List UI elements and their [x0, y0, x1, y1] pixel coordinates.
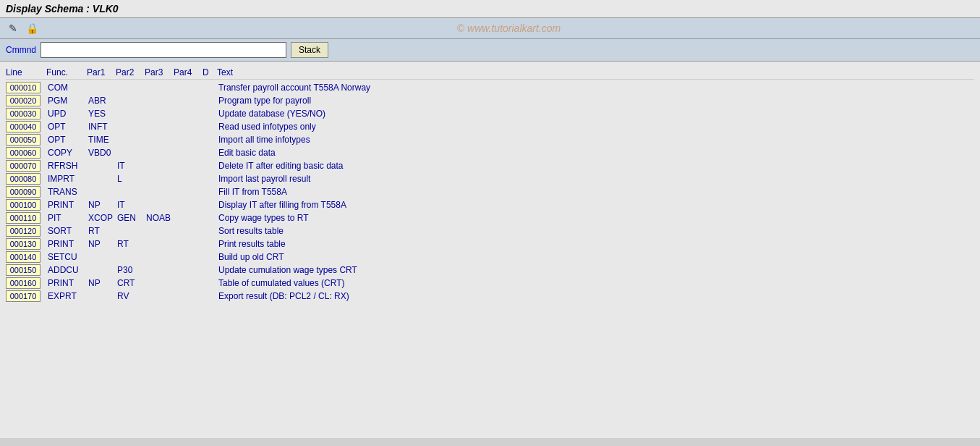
table-row: 000020PGMABRProgram type for payroll — [6, 94, 974, 107]
table-row: 000120SORTRTSort results table — [6, 224, 974, 237]
par1-cell: NP — [87, 278, 116, 288]
table-row: 000110PITXCOPGENNOABCopy wage types to R… — [6, 211, 974, 224]
par1-cell: INFT — [87, 122, 116, 132]
line-cell[interactable]: 000020 — [6, 95, 46, 106]
table-row: 000030UPDYESUpdate database (YES/NO) — [6, 107, 974, 120]
text-cell: Import last payroll result — [217, 174, 974, 184]
par1-cell: TIME — [87, 135, 116, 145]
func-cell: PIT — [46, 213, 87, 223]
table-row: 000100PRINTNPITDisplay IT after filling … — [6, 198, 974, 211]
text-cell: Update cumulation wage types CRT — [217, 265, 974, 275]
table-row: 000070RFRSHITDelete IT after editing bas… — [6, 159, 974, 172]
text-cell: Program type for payroll — [217, 96, 974, 106]
func-cell: OPT — [46, 122, 87, 132]
func-cell: PRINT — [46, 278, 87, 288]
par2-cell: IT — [116, 200, 145, 210]
text-cell: Edit basic data — [217, 148, 974, 158]
table-row: 000060COPYVBD0Edit basic data — [6, 146, 974, 159]
col-header-par4: Par4 — [174, 67, 203, 77]
line-cell[interactable]: 000160 — [6, 277, 46, 289]
func-cell: ADDCU — [46, 265, 87, 275]
table-row: 000130PRINTNPRTPrint results table — [6, 237, 974, 251]
col-header-line: Line — [6, 67, 46, 77]
par1-cell: NP — [87, 200, 116, 210]
text-cell: Transfer payroll account T558A Norway — [217, 83, 974, 93]
command-input[interactable] — [41, 42, 286, 58]
col-header-text: Text — [217, 67, 974, 77]
title-bar: Display Schema : VLK0 — [0, 0, 980, 18]
func-cell: UPD — [46, 109, 87, 119]
col-header-d: D — [203, 67, 217, 77]
par3-cell: NOAB — [145, 213, 174, 223]
col-header-func: Func. — [46, 67, 87, 77]
func-cell: TRANS — [46, 187, 87, 197]
line-cell[interactable]: 000010 — [6, 82, 46, 93]
table-row: 000040OPTINFTRead used infotypes only — [6, 120, 974, 133]
line-cell[interactable]: 000050 — [6, 134, 46, 146]
text-cell: Read used infotypes only — [217, 122, 974, 132]
line-cell[interactable]: 000170 — [6, 290, 46, 302]
text-cell: Table of cumulated values (CRT) — [217, 278, 974, 288]
line-cell[interactable]: 000090 — [6, 186, 46, 198]
table-row: 000050OPTTIMEImport all time infotypes — [6, 133, 974, 146]
par2-cell: GEN — [116, 213, 145, 223]
line-cell[interactable]: 000130 — [6, 238, 46, 250]
text-cell: Copy wage types to RT — [217, 213, 974, 223]
text-cell: Print results table — [217, 239, 974, 249]
stack-button[interactable]: Stack — [291, 42, 328, 58]
line-cell[interactable]: 000120 — [6, 225, 46, 237]
table-row: 000090TRANSFill IT from T558A — [6, 185, 974, 198]
par1-cell: YES — [87, 109, 116, 119]
func-cell: COM — [46, 83, 87, 93]
main-content: Line Func. Par1 Par2 Par3 Par4 D Text 00… — [0, 62, 980, 438]
par1-cell: NP — [87, 239, 116, 249]
par2-cell: IT — [116, 161, 145, 171]
command-label: Cmmnd — [6, 45, 36, 55]
par2-cell: CRT — [116, 278, 145, 288]
par1-cell: ABR — [87, 96, 116, 106]
func-cell: PRINT — [46, 200, 87, 210]
table-row: 000080IMPRTLImport last payroll result — [6, 172, 974, 185]
text-cell: Build up old CRT — [217, 252, 974, 262]
par1-cell: XCOP — [87, 213, 116, 223]
toolbar: ✎ 🔒 © www.tutorialkart.com — [0, 18, 980, 39]
line-cell[interactable]: 000060 — [6, 147, 46, 159]
line-cell[interactable]: 000150 — [6, 264, 46, 276]
table-header: Line Func. Par1 Par2 Par3 Par4 D Text — [6, 66, 974, 80]
text-cell: Sort results table — [217, 226, 974, 236]
func-cell: OPT — [46, 135, 87, 145]
col-header-par1: Par1 — [87, 67, 116, 77]
text-cell: Display IT after filling from T558A — [217, 200, 974, 210]
line-cell[interactable]: 000100 — [6, 199, 46, 211]
table-body: 000010COMTransfer payroll account T558A … — [6, 81, 974, 303]
text-cell: Export result (DB: PCL2 / CL: RX) — [217, 291, 974, 301]
func-cell: COPY — [46, 148, 87, 158]
par2-cell: RT — [116, 239, 145, 249]
text-cell: Delete IT after editing basic data — [217, 161, 974, 171]
text-cell: Import all time infotypes — [217, 135, 974, 145]
command-bar: Cmmnd Stack — [0, 39, 980, 62]
par2-cell: L — [116, 174, 145, 184]
lock-icon[interactable]: 🔒 — [25, 21, 39, 35]
par1-cell: VBD0 — [87, 148, 116, 158]
func-cell: PGM — [46, 96, 87, 106]
table-row: 000150ADDCUP30Update cumulation wage typ… — [6, 264, 974, 277]
line-cell[interactable]: 000030 — [6, 108, 46, 119]
table-row: 000170EXPRTRVExport result (DB: PCL2 / C… — [6, 290, 974, 303]
line-cell[interactable]: 000070 — [6, 160, 46, 172]
line-cell[interactable]: 000080 — [6, 173, 46, 185]
page-title: Display Schema : VLK0 — [6, 3, 119, 14]
par1-cell: RT — [87, 226, 116, 236]
func-cell: SORT — [46, 226, 87, 236]
table-row: 000140SETCUBuild up old CRT — [6, 251, 974, 264]
line-cell[interactable]: 000110 — [6, 212, 46, 224]
line-cell[interactable]: 000140 — [6, 251, 46, 263]
par2-cell: RV — [116, 291, 145, 301]
edit-icon[interactable]: ✎ — [6, 21, 20, 35]
col-header-par2: Par2 — [116, 67, 145, 77]
text-cell: Fill IT from T558A — [217, 187, 974, 197]
line-cell[interactable]: 000040 — [6, 121, 46, 132]
table-row: 000160PRINTNPCRTTable of cumulated value… — [6, 277, 974, 290]
func-cell: PRINT — [46, 239, 87, 249]
watermark: © www.tutorialkart.com — [43, 22, 974, 34]
